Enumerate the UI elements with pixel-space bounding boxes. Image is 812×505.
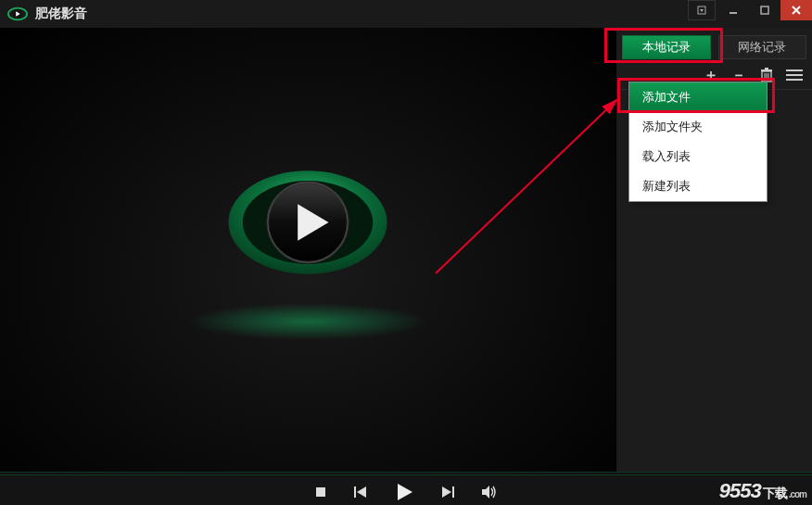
app-title: 肥佬影音 xyxy=(35,6,87,22)
menu-item-new-list[interactable]: 新建列表 xyxy=(629,171,767,201)
svg-rect-23 xyxy=(354,486,356,498)
title-bar: 肥佬影音 xyxy=(0,0,812,28)
close-button[interactable] xyxy=(780,0,812,20)
previous-button[interactable] xyxy=(353,486,368,499)
window-controls xyxy=(688,0,812,20)
video-area[interactable] xyxy=(0,28,615,472)
svg-marker-24 xyxy=(357,486,366,498)
volume-button[interactable] xyxy=(481,485,498,499)
svg-marker-28 xyxy=(482,486,489,499)
menu-item-load-list[interactable]: 载入列表 xyxy=(629,142,767,171)
svg-rect-27 xyxy=(452,486,454,498)
maximize-button[interactable] xyxy=(749,0,780,20)
svg-marker-4 xyxy=(700,9,704,12)
svg-rect-19 xyxy=(765,68,768,69)
minimize-button[interactable] xyxy=(717,0,749,20)
tab-local-records[interactable]: 本地记录 xyxy=(622,35,711,59)
control-bar xyxy=(0,475,812,505)
menu-button[interactable] xyxy=(786,69,803,81)
tab-network-records[interactable]: 网络记录 xyxy=(718,35,807,59)
add-dropdown-menu: 添加文件 添加文件夹 载入列表 新建列表 xyxy=(628,82,768,202)
next-button[interactable] xyxy=(440,486,455,499)
svg-rect-22 xyxy=(316,487,325,497)
watermark-text: 下载 xyxy=(763,486,787,502)
play-button[interactable] xyxy=(394,482,414,502)
center-play-logo[interactable] xyxy=(224,139,391,306)
svg-rect-6 xyxy=(761,6,768,14)
watermark-domain: .com xyxy=(789,489,806,499)
stop-button[interactable] xyxy=(314,486,327,499)
logo-glow xyxy=(187,303,428,340)
window-menu-button[interactable] xyxy=(688,0,716,20)
watermark: 9553 下载 .com xyxy=(719,479,806,503)
svg-marker-26 xyxy=(442,486,451,498)
menu-item-add-folder[interactable]: 添加文件夹 xyxy=(629,112,767,142)
watermark-number: 9553 xyxy=(719,479,761,503)
menu-item-add-file[interactable]: 添加文件 xyxy=(629,82,767,112)
app-logo-icon xyxy=(7,6,28,21)
svg-rect-5 xyxy=(730,12,737,14)
svg-rect-18 xyxy=(761,69,772,71)
svg-marker-25 xyxy=(398,484,412,500)
